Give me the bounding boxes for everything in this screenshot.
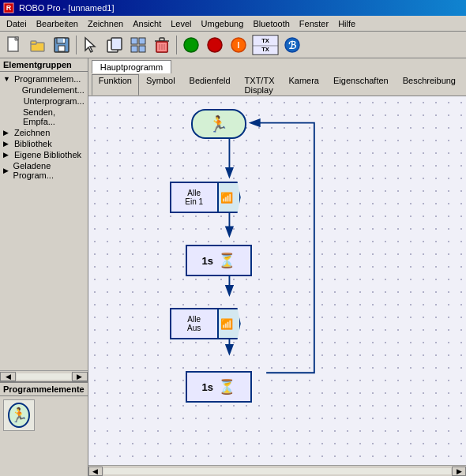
tree-bibliothek[interactable]: ▶ Bibliothek <box>2 138 86 149</box>
tree-toggle-gel: ▶ <box>3 167 12 174</box>
sep1 <box>76 36 77 54</box>
tree-zeichnen[interactable]: ▶ Zeichnen <box>2 127 86 138</box>
fc-box2-side: 📶 <box>219 308 241 339</box>
svg-rect-16 <box>139 46 145 52</box>
menu-bearbeiten[interactable]: Bearbeiten <box>32 17 83 30</box>
tree-toggle-prog: ▼ <box>3 75 13 83</box>
stop-button[interactable] <box>204 34 226 56</box>
menu-bluetooth[interactable]: Bluetooth <box>248 17 294 30</box>
cursor-button[interactable] <box>80 34 102 56</box>
tree-toggle-bib: ▶ <box>3 140 13 148</box>
menu-level[interactable]: Level <box>166 17 196 30</box>
txrx-button[interactable]: TX TX <box>251 34 280 56</box>
timer2-inner: 1s ⏳ <box>201 378 235 395</box>
svg-rect-8 <box>58 46 65 51</box>
svg-marker-10 <box>85 38 95 52</box>
hourglass-icon-2: ⏳ <box>218 378 235 395</box>
tree-label-send: Senden, Empfa... <box>23 107 85 126</box>
open-button[interactable] <box>27 34 49 56</box>
tree-toggle-eig: ▶ <box>3 151 13 159</box>
tree-label-bib: Bibliothek <box>14 139 52 148</box>
wireless-icon-2: 📶 <box>220 318 233 330</box>
menu-hilfe[interactable]: Hilfe <box>333 17 360 30</box>
play-button[interactable] <box>180 34 202 56</box>
svg-text:TX: TX <box>261 45 269 52</box>
scroll-right-btn[interactable]: ▶ <box>72 372 88 381</box>
sub-tab-txtdisplay[interactable]: TXT/TX Display <box>238 74 282 96</box>
svg-rect-14 <box>139 38 145 44</box>
fc-box1-group: AlleEin 1 📶 <box>170 182 241 213</box>
canvas-hscroll[interactable]: ◀ ▶ <box>88 465 466 476</box>
tree-label-eig: Eigene Bibliothek <box>14 150 81 159</box>
tree-programmelemente[interactable]: ▼ Programmelem... <box>2 73 86 84</box>
flowchart-lines <box>88 96 466 465</box>
programmelemente-panel: Programmelemente 🏃 <box>0 381 88 476</box>
canvas-scroll-left[interactable]: ◀ <box>88 467 103 476</box>
fc-timer1[interactable]: 1s ⏳ <box>186 245 252 276</box>
toolbar: I TX TX ℬ <box>0 32 466 58</box>
svg-text:🏃: 🏃 <box>10 407 28 424</box>
svg-rect-19 <box>160 38 164 41</box>
save-button[interactable] <box>51 34 73 56</box>
tree-eigene[interactable]: ▶ Eigene Bibliothek <box>2 149 86 160</box>
svg-point-25 <box>208 38 222 52</box>
tree-label-zeich: Zeichnen <box>14 128 50 137</box>
sub-tab-beschreibung[interactable]: Beschreibung <box>396 74 463 96</box>
tree-label-unter: Unterprogram... <box>24 96 85 106</box>
title-bar: R ROBO Pro - [unnamed1] <box>0 0 466 16</box>
tree-label-grund: Grundelement... <box>22 85 85 95</box>
sub-tab-funktion[interactable]: Funktion <box>92 74 139 96</box>
tree-grundelement[interactable]: Grundelement... <box>2 84 86 96</box>
main-program-tab[interactable]: Hauptprogramm <box>92 60 171 73</box>
hourglass-icon-1: ⏳ <box>218 252 235 269</box>
menu-zeichnen[interactable]: Zeichnen <box>83 17 128 30</box>
main-layout: Elementgruppen ▼ Programmelem... Grundel… <box>0 58 466 476</box>
tree-unterprog[interactable]: Unterprogram... <box>2 96 86 107</box>
menu-datei[interactable]: Datei <box>2 17 32 30</box>
tree-toggle-zeich: ▶ <box>3 129 13 137</box>
wireless-icon-1: 📶 <box>220 192 233 204</box>
connect-button[interactable]: I <box>227 34 250 56</box>
scroll-track <box>17 373 71 380</box>
copy-button[interactable] <box>103 34 126 56</box>
new-button[interactable] <box>3 34 25 56</box>
sub-tab-kamera[interactable]: Kamera <box>281 74 326 96</box>
bluetooth-icon-button[interactable]: ℬ <box>281 34 303 56</box>
sub-tab-bedienfeld[interactable]: Bedienfeld <box>182 74 238 96</box>
fc-box2[interactable]: AlleAus <box>170 308 219 339</box>
sub-tab-symbol[interactable]: Symbol <box>139 74 182 96</box>
sub-tab-bar: Funktion Symbol Bedienfeld TXT/TX Displa… <box>88 73 466 96</box>
fc-box1-side: 📶 <box>219 182 241 213</box>
tree-geladene[interactable]: ▶ Geladene Program... <box>2 160 86 181</box>
svg-text:ℬ: ℬ <box>288 39 297 51</box>
tree-label-prog: Programmelem... <box>14 74 81 84</box>
timer1-inner: 1s ⏳ <box>201 252 235 269</box>
fc-box1[interactable]: AlleEin 1 <box>170 182 219 213</box>
left-panel-hscroll[interactable]: ◀ ▶ <box>0 370 88 381</box>
fc-start-node[interactable]: 🏃 <box>191 109 246 139</box>
fc-box1-label: AlleEin 1 <box>185 189 203 206</box>
scroll-left-btn[interactable]: ◀ <box>0 372 16 381</box>
delete-button[interactable] <box>151 34 173 56</box>
menu-umgebung[interactable]: Umgebung <box>197 17 249 30</box>
tree-label-gel: Geladene Program... <box>13 161 85 180</box>
programmelemente-header: Programmelemente <box>0 383 88 396</box>
canvas-scroll-track <box>103 468 451 474</box>
bottom-panel-icons: 🏃 <box>0 396 88 434</box>
timer1-label: 1s <box>201 255 212 267</box>
menu-ansicht[interactable]: Ansicht <box>128 17 166 30</box>
fc-timer2[interactable]: 1s ⏳ <box>186 371 252 403</box>
svg-rect-9 <box>63 39 65 43</box>
title-bar-label: ROBO Pro - [unnamed1] <box>19 3 114 13</box>
canvas-area[interactable]: 🏃 AlleEin 1 📶 1s ⏳ <box>88 96 466 465</box>
tab-bar: Hauptprogramm <box>88 58 466 73</box>
menu-fenster[interactable]: Fenster <box>295 17 333 30</box>
canvas-scroll-right[interactable]: ▶ <box>452 467 466 476</box>
svg-rect-15 <box>131 46 137 52</box>
svg-rect-23 <box>156 42 167 52</box>
tree-senden[interactable]: Senden, Empfa... <box>2 107 86 127</box>
grid-button[interactable] <box>127 34 149 56</box>
sub-tab-eigenschaften[interactable]: Eigenschaften <box>326 74 396 96</box>
element-icon-1[interactable]: 🏃 <box>3 399 35 431</box>
element-groups-header: Elementgruppen <box>0 58 88 72</box>
